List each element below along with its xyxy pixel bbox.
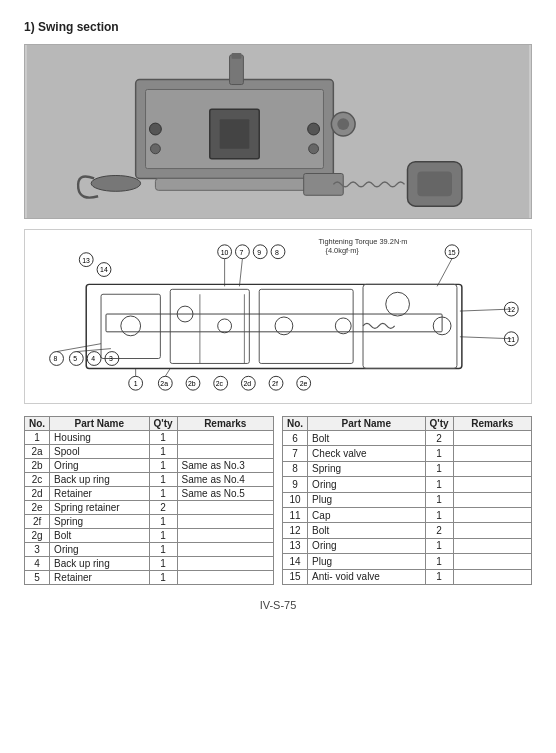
row-qty: 1 [425, 461, 453, 476]
right-th-name: Part Name [308, 417, 425, 431]
table-row: 4 Back up ring 1 [25, 557, 274, 571]
table-row: 11 Cap 1 [283, 507, 532, 522]
row-name: Anti- void valve [308, 569, 425, 584]
row-name: Oring [308, 477, 425, 492]
svg-point-17 [337, 118, 349, 130]
row-name: Retainer [50, 487, 149, 501]
table-row: 2c Back up ring 1 Same as No.4 [25, 473, 274, 487]
svg-point-12 [149, 123, 161, 135]
svg-text:10: 10 [221, 249, 229, 256]
svg-text:{4.0kgf·m}: {4.0kgf·m} [325, 246, 359, 255]
tables-section: No. Part Name Q'ty Remarks 1 Housing 1 2… [24, 416, 532, 585]
row-name: Oring [50, 543, 149, 557]
row-no: 13 [283, 538, 308, 553]
row-qty: 1 [149, 557, 177, 571]
svg-text:14: 14 [100, 267, 108, 274]
diagram-svg: Tightening Torque 39.2N·m {4.0kgf·m} 8 5 [25, 230, 531, 403]
svg-text:12: 12 [507, 306, 515, 313]
diagram-area: Tightening Torque 39.2N·m {4.0kgf·m} 8 5 [24, 229, 532, 404]
svg-text:Tightening Torque  39.2N·m: Tightening Torque 39.2N·m [319, 237, 408, 246]
right-parts-table: No. Part Name Q'ty Remarks 6 Bolt 2 7 Ch… [282, 416, 532, 585]
table-row: 3 Oring 1 [25, 543, 274, 557]
left-th-name: Part Name [50, 417, 149, 431]
row-name: Bolt [308, 523, 425, 538]
row-remarks [177, 515, 273, 529]
table-row: 2e Spring retainer 2 [25, 501, 274, 515]
left-th-qty: Q'ty [149, 417, 177, 431]
photo-svg [25, 45, 531, 218]
svg-text:13: 13 [82, 257, 90, 264]
row-qty: 1 [149, 431, 177, 445]
row-name: Retainer [50, 571, 149, 585]
table-row: 7 Check valve 1 [283, 446, 532, 461]
table-row: 2f Spring 1 [25, 515, 274, 529]
row-no: 3 [25, 543, 50, 557]
row-name: Cap [308, 507, 425, 522]
table-row: 6 Bolt 2 [283, 431, 532, 446]
row-remarks [453, 492, 531, 507]
row-name: Housing [50, 431, 149, 445]
svg-text:7: 7 [239, 249, 243, 256]
row-no: 10 [283, 492, 308, 507]
left-th-remarks: Remarks [177, 417, 273, 431]
row-qty: 2 [425, 431, 453, 446]
svg-rect-9 [417, 172, 452, 197]
left-parts-table: No. Part Name Q'ty Remarks 1 Housing 1 2… [24, 416, 274, 585]
row-remarks [453, 538, 531, 553]
svg-text:15: 15 [448, 249, 456, 256]
row-qty: 1 [425, 538, 453, 553]
row-name: Back up ring [50, 473, 149, 487]
row-name: Spring [308, 461, 425, 476]
svg-rect-10 [230, 55, 244, 85]
row-qty: 1 [149, 529, 177, 543]
table-row: 2d Retainer 1 Same as No.5 [25, 487, 274, 501]
photo-area [24, 44, 532, 219]
row-qty: 1 [425, 477, 453, 492]
row-name: Back up ring [50, 557, 149, 571]
svg-rect-7 [304, 174, 344, 196]
svg-text:9: 9 [257, 249, 261, 256]
table-row: 9 Oring 1 [283, 477, 532, 492]
row-no: 7 [283, 446, 308, 461]
svg-text:1: 1 [134, 380, 138, 387]
section-title: 1) Swing section [24, 20, 532, 34]
svg-text:2d: 2d [243, 380, 251, 387]
row-qty: 1 [149, 445, 177, 459]
row-remarks [177, 557, 273, 571]
row-remarks [177, 501, 273, 515]
table-row: 10 Plug 1 [283, 492, 532, 507]
table-row: 2a Spool 1 [25, 445, 274, 459]
svg-text:3: 3 [109, 355, 113, 362]
table-row: 5 Retainer 1 [25, 571, 274, 585]
row-remarks: Same as No.5 [177, 487, 273, 501]
svg-rect-11 [232, 53, 242, 59]
row-no: 11 [283, 507, 308, 522]
row-name: Spool [50, 445, 149, 459]
svg-text:2e: 2e [300, 380, 308, 387]
row-remarks [453, 569, 531, 584]
row-remarks [177, 529, 273, 543]
row-qty: 1 [425, 492, 453, 507]
svg-text:11: 11 [507, 336, 515, 343]
row-no: 12 [283, 523, 308, 538]
row-name: Bolt [50, 529, 149, 543]
svg-text:2c: 2c [216, 380, 224, 387]
svg-text:2a: 2a [160, 380, 168, 387]
row-no: 8 [283, 461, 308, 476]
row-no: 4 [25, 557, 50, 571]
table-row: 2g Bolt 1 [25, 529, 274, 543]
row-name: Plug [308, 492, 425, 507]
row-no: 15 [283, 569, 308, 584]
row-remarks: Same as No.4 [177, 473, 273, 487]
right-th-no: No. [283, 417, 308, 431]
row-remarks [177, 445, 273, 459]
svg-text:4: 4 [91, 355, 95, 362]
row-name: Oring [50, 459, 149, 473]
row-no: 2d [25, 487, 50, 501]
row-no: 14 [283, 554, 308, 569]
row-qty: 1 [425, 446, 453, 461]
row-no: 6 [283, 431, 308, 446]
row-name: Spring [50, 515, 149, 529]
row-remarks [453, 523, 531, 538]
svg-text:8: 8 [54, 355, 58, 362]
